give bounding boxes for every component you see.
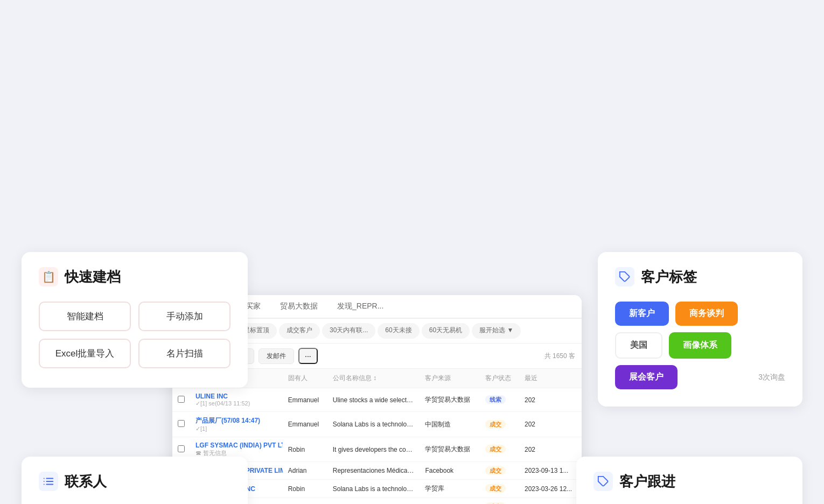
row-owner: Emmanuel xyxy=(283,412,327,437)
tab-trade-bigdata[interactable]: 贸易大数据 xyxy=(270,295,327,319)
row-date: 202 xyxy=(519,437,582,462)
card-scan-button[interactable]: 名片扫描 xyxy=(138,339,231,368)
quick-build-icon: 📋 xyxy=(39,267,58,286)
col-status: 客户状态 xyxy=(480,369,519,388)
followup-header: 客户跟进 xyxy=(593,472,785,491)
status-badge: 成交 xyxy=(485,502,506,505)
row-owner: Robin xyxy=(283,480,327,498)
send-email-button[interactable]: 发邮件 xyxy=(259,348,294,364)
status-badge: 成交 xyxy=(485,445,506,453)
tags-grid: 新客户 商务谈判 美国 画像体系 展会客户 3次询盘 xyxy=(615,302,785,389)
subtab-30days[interactable]: 30天内有联... xyxy=(322,323,375,339)
tag-america[interactable]: 美国 xyxy=(615,332,662,359)
status-badge: 成交 xyxy=(485,484,506,493)
col-date: 最近 xyxy=(519,369,582,388)
row-status: 成交 xyxy=(480,437,519,462)
row-owner: Robin xyxy=(283,437,327,462)
tags-icon xyxy=(615,267,634,286)
row-status: 成交 xyxy=(480,498,519,505)
contacts-card: 联系人 42 姓名 Alan Edwards ✉ 邮箱账号 xyxy=(22,457,248,504)
row-status: 成交 xyxy=(480,462,519,480)
quick-build-card: 📋 快速建档 智能建档 手动添加 Excel批量导入 名片扫描 xyxy=(22,252,248,388)
status-badge: 线索 xyxy=(485,395,506,404)
quick-build-header: 📋 快速建档 xyxy=(39,267,231,286)
smart-build-button[interactable]: 智能建档 xyxy=(39,302,131,331)
subtab-60days-no-follow[interactable]: 60天未接 xyxy=(378,323,419,339)
tag-expo-customer[interactable]: 展会客户 xyxy=(615,365,678,389)
company-name-link[interactable]: LGF SYSMAC (INDIA) PVT LTD xyxy=(195,442,277,449)
excel-import-button[interactable]: Excel批量导入 xyxy=(39,339,131,368)
row-company: 产品展厂(57/08 14:47) ✓[1] xyxy=(190,412,283,437)
row-date: 2023-03-26 12... xyxy=(519,480,582,498)
quick-build-title: 快速建档 xyxy=(65,268,121,286)
col-desc: 公司名称信息 ↕ xyxy=(327,369,420,388)
tags-card: 客户标签 新客户 商务谈判 美国 画像体系 展会客户 3次询盘 xyxy=(598,252,802,407)
contacts-title: 联系人 xyxy=(65,472,107,491)
subtab-deal-customer[interactable]: 成交客户 xyxy=(279,323,320,339)
row-checkbox[interactable] xyxy=(172,388,190,412)
contacts-icon xyxy=(39,472,58,491)
row-owner: Emmanuel xyxy=(283,388,327,412)
row-date: 2023-09-13 1... xyxy=(519,462,582,480)
company-name-link[interactable]: 产品展厂(57/08 14:47) xyxy=(195,416,277,425)
tag-persona-system[interactable]: 画像体系 xyxy=(669,332,731,359)
tag-business-negotiation[interactable]: 商务谈判 xyxy=(675,302,738,326)
status-badge: 成交 xyxy=(485,466,506,475)
col-source: 客户来源 xyxy=(420,369,480,388)
tab-discover[interactable]: 发现_REPR... xyxy=(327,295,393,319)
followup-icon xyxy=(593,472,613,491)
row-date: 2023-0... xyxy=(519,498,582,505)
row-date: 202 xyxy=(519,412,582,437)
row-source: 学贸贸易大数据 xyxy=(420,388,480,412)
tag-new-customer[interactable]: 新客户 xyxy=(615,302,669,326)
tag-inquiry-count: 3次询盘 xyxy=(758,373,785,382)
row-desc: It gives developers the confide... xyxy=(327,437,420,462)
row-desc: Uline stocks a wide selection of... xyxy=(327,388,420,412)
row-source: Facebook xyxy=(420,498,480,505)
row-desc: Solana Labs is a technology co... xyxy=(327,412,420,437)
row-status: 线索 xyxy=(480,388,519,412)
col-owner: 固有人 xyxy=(283,369,327,388)
row-desc: With garden tools, it's all about ... xyxy=(327,498,420,505)
row-date: 202 xyxy=(519,388,582,412)
row-owner: Hilary xyxy=(283,498,327,505)
company-sub: ✓[1] se(04/13 11:52) xyxy=(195,400,277,407)
quick-build-buttons: 智能建档 手动添加 Excel批量导入 名片扫描 xyxy=(39,302,231,368)
row-desc: Solana Labs is a technology co... xyxy=(327,480,420,498)
tags-header: 客户标签 xyxy=(615,267,785,286)
followup-card: 客户跟进 报价 xyxy=(576,457,802,504)
row-source: 中国制造 xyxy=(420,412,480,437)
contacts-header: 联系人 xyxy=(39,472,231,491)
row-source: 学贸贸易大数据 xyxy=(420,437,480,462)
more-button[interactable]: ··· xyxy=(298,348,318,364)
table-row: ULINE INC ✓[1] se(04/13 11:52) Emmanuel … xyxy=(172,388,582,412)
row-desc: Representaciones Médicas del ... xyxy=(327,462,420,480)
row-checkbox[interactable] xyxy=(172,412,190,437)
table-count: 共 1650 客 xyxy=(544,352,575,361)
subtab-open-select[interactable]: 服开始选 ▼ xyxy=(472,323,521,339)
row-source: Facebook xyxy=(420,462,480,480)
manual-add-button[interactable]: 手动添加 xyxy=(138,302,231,331)
row-status: 成交 xyxy=(480,480,519,498)
row-status: 成交 xyxy=(480,412,519,437)
row-source: 学贸库 xyxy=(420,480,480,498)
table-row: 产品展厂(57/08 14:47) ✓[1] Emmanuel Solana L… xyxy=(172,412,582,437)
subtab-60days-no-order[interactable]: 60天无易机 xyxy=(422,323,470,339)
tags-title: 客户标签 xyxy=(641,268,697,286)
followup-title: 客户跟进 xyxy=(619,472,675,491)
row-company: ULINE INC ✓[1] se(04/13 11:52) xyxy=(190,388,283,412)
company-sub: ✓[1] xyxy=(195,425,277,432)
company-sub: ☎ 暂无信息 xyxy=(195,449,277,457)
row-owner: Adrian xyxy=(283,462,327,480)
status-badge: 成交 xyxy=(485,420,506,429)
company-name-link[interactable]: ULINE INC xyxy=(195,393,277,400)
